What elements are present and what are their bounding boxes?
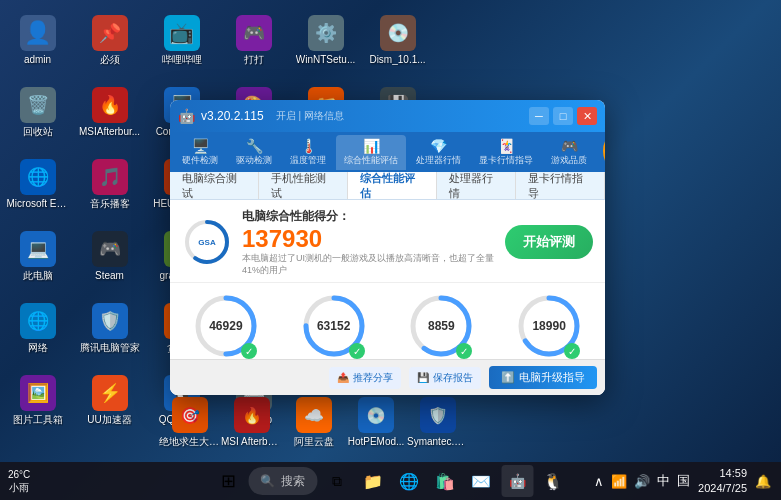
nav-cpu-market[interactable]: 💎 处理器行情 [408, 135, 469, 170]
taskbar-center: ⊞ 🔍 搜索 ⧉ 📁 🌐 🛍️ ✉️ 🤖 🐧 [212, 465, 569, 497]
subtab-overall[interactable]: 综合性能评估 [348, 172, 437, 199]
start-test-button[interactable]: 开始评测 [505, 225, 593, 259]
desktop-icon-admin[interactable]: 👤 admin [5, 5, 70, 75]
desktop-icon-network[interactable]: 🌐 网络 [5, 293, 70, 363]
tray-ime[interactable]: 中 [655, 470, 672, 492]
window-titlebar: 🤖 v3.20.2.115 开启 | 网络信息 ─ □ ✕ [170, 100, 605, 132]
score-info: 电脑综合性能得分： 137930 本电脑超过了UI测机的一般游戏及以播放高清晰音… [242, 208, 502, 276]
search-bar[interactable]: 🔍 搜索 [248, 467, 317, 495]
desktop-icon-imgtool[interactable]: 🖼️ 图片工具箱 [5, 365, 70, 435]
score-gauge: GSA [182, 217, 232, 267]
metric-gpu-value: 63152 [317, 319, 350, 333]
desktop-icon-pubg[interactable]: 🎯 绝地求生大逃杀 [160, 393, 220, 452]
taskbar-left: 26°C 小雨 [8, 468, 34, 494]
app-top-nav: 🖥️ 硬件检测 🔧 驱动检测 🌡️ 温度管理 📊 综合性能评估 💎 [170, 132, 605, 172]
taskbar-weather[interactable]: 26°C 小雨 [8, 468, 30, 494]
notification-bell[interactable]: 🔔 [753, 472, 773, 491]
window-title-left: 🤖 v3.20.2.115 开启 | 网络信息 [178, 108, 344, 124]
metric-cpu-value: 46929 [209, 319, 242, 333]
desktop-icon-uu[interactable]: ⚡ UU加速器 [77, 365, 142, 435]
tray-network[interactable]: 📶 [609, 472, 629, 491]
metric-disk-value: 18990 [532, 319, 565, 333]
desktop-icon-edge[interactable]: 🌐 Microsoft Edge [5, 149, 70, 219]
score-left: GSA 电脑综合性能得分： 137930 本电脑超过了UI测机的一般游戏及以播放… [182, 208, 502, 276]
desktop-icon-msiafter[interactable]: 🔥 MSIAfterbur... [77, 77, 142, 147]
start-button[interactable]: ⊞ [212, 465, 244, 497]
app-nav-icons: 🖥️ 硬件检测 🔧 驱动检测 🌡️ 温度管理 📊 综合性能评估 💎 [174, 135, 595, 172]
subtab-pc[interactable]: 电脑综合测试 [170, 172, 259, 199]
close-button[interactable]: ✕ [577, 107, 597, 125]
desktop-icon-recycle[interactable]: 🗑️ 回收站 [5, 77, 70, 147]
user-avatar[interactable]: 😊 [603, 135, 605, 167]
taskbar: 26°C 小雨 ⊞ 🔍 搜索 ⧉ 📁 🌐 🛍️ ✉️ 🤖 🐧 [0, 462, 781, 500]
score-area: GSA 电脑综合性能得分： 137930 本电脑超过了UI测机的一般游戏及以播放… [170, 200, 605, 283]
tray-volume[interactable]: 🔊 [632, 472, 652, 491]
desktop-icon-game[interactable]: 🎮 打打 [221, 5, 286, 75]
app-bottom-bar: 📤 推荐分享 💾 保存报告 ⬆️ 电脑升级指导 [170, 359, 605, 395]
desktop-icon-msi2[interactable]: 🔥 MSI Afterburner [222, 393, 282, 452]
metric-gpu-ring: 63152 ✓ [299, 291, 369, 361]
desktop-icon-winntsetup[interactable]: ⚙️ WinNTSetu... [293, 5, 358, 75]
desktop: 👤 admin 📌 必须 📺 哔哩哔哩 🎮 打打 ⚙️ WinNTSetu...… [0, 0, 781, 500]
tray-area: ∧ 📶 🔊 中 国 [592, 470, 692, 492]
taskbar-explorer[interactable]: 📁 [357, 465, 389, 497]
nav-hardware[interactable]: 🖥️ 硬件检测 [174, 135, 226, 170]
taskbar-store[interactable]: 🛍️ [429, 465, 461, 497]
desktop-icon-mypc[interactable]: 💻 此电脑 [5, 221, 70, 291]
score-number: 137930 [242, 225, 502, 253]
tray-ime2[interactable]: 国 [675, 470, 692, 492]
minimize-button[interactable]: ─ [529, 107, 549, 125]
save-button[interactable]: 💾 保存报告 [409, 367, 481, 389]
metric-disk-ring: 18990 ✓ [514, 291, 584, 361]
subtab-gpu-guide[interactable]: 显卡行情指导 [516, 172, 605, 199]
desktop-icon-symantec[interactable]: 🛡️ Symantec.C... [408, 393, 468, 452]
metric-cpu-ring: 46929 ✓ [191, 291, 261, 361]
nav-driver[interactable]: 🔧 驱动检测 [228, 135, 280, 170]
app-sub-nav: 电脑综合测试 手机性能测试 综合性能评估 处理器行情 显卡行情指导 [170, 172, 605, 200]
metric-ram-ring: 8859 ✓ [406, 291, 476, 361]
desktop-icon-bixiu[interactable]: 📌 必须 [77, 5, 142, 75]
desktop-icon-steam[interactable]: 🎮 Steam [77, 221, 142, 291]
metric-ram-value: 8859 [428, 319, 455, 333]
desktop-icon-empty1 [437, 5, 502, 75]
desktop-icon-music[interactable]: 🎵 音乐播客 [77, 149, 142, 219]
desktop-icon-dism[interactable]: 💿 Dism_10.1... [365, 5, 430, 75]
taskbar-qq[interactable]: 🐧 [537, 465, 569, 497]
nav-gpu-market[interactable]: 🃏 显卡行情指导 [471, 135, 541, 170]
window-subtitle: 开启 | 网络信息 [276, 109, 344, 123]
app-window-ludashi: 🤖 v3.20.2.115 开启 | 网络信息 ─ □ ✕ 🖥️ 硬件检测 🔧 … [170, 100, 605, 395]
desktop-icon-empty2 [509, 5, 574, 75]
desktop-icon-aliyun[interactable]: ☁️ 阿里云盘 [284, 393, 344, 452]
subtab-cpu-market[interactable]: 处理器行情 [437, 172, 515, 199]
tray-expand[interactable]: ∧ [592, 472, 606, 491]
desktop-icon-bilibili[interactable]: 📺 哔哩哔哩 [149, 5, 214, 75]
subtab-phone[interactable]: 手机性能测试 [259, 172, 348, 199]
nav-game[interactable]: 🎮 游戏品质 [543, 135, 595, 170]
score-title: 电脑综合性能得分： [242, 208, 502, 225]
score-subtitle: 本电脑超过了UI测机的一般游戏及以播放高清晰音，也超了全量41%的用户 [242, 253, 502, 276]
metric-gpu-check: ✓ [349, 343, 365, 359]
bottom-row-icons: 🎯 绝地求生大逃杀 🔥 MSI Afterburner ☁️ 阿里云盘 💿 Ho… [160, 393, 468, 452]
desktop-icon-hotpe[interactable]: 💿 HotPEMod... [346, 393, 406, 452]
upgrade-button[interactable]: ⬆️ 电脑升级指导 [489, 366, 597, 389]
taskbar-time[interactable]: 14:59 2024/7/25 [698, 466, 747, 497]
app-top-right: 😊 专注硬件检测 [595, 130, 605, 172]
window-controls: ─ □ ✕ [529, 107, 597, 125]
taskbar-right: ∧ 📶 🔊 中 国 14:59 2024/7/25 🔔 [592, 466, 773, 497]
nav-perf[interactable]: 📊 综合性能评估 [336, 135, 406, 170]
taskbar-edge[interactable]: 🌐 [393, 465, 425, 497]
taskview-button[interactable]: ⧉ [321, 465, 353, 497]
taskbar-mail[interactable]: ✉️ [465, 465, 497, 497]
nav-temp[interactable]: 🌡️ 温度管理 [282, 135, 334, 170]
maximize-button[interactable]: □ [553, 107, 573, 125]
share-button[interactable]: 📤 推荐分享 [329, 367, 401, 389]
window-title-text: v3.20.2.115 [201, 109, 264, 123]
desktop-icon-tencent[interactable]: 🛡️ 腾讯电脑管家 [77, 293, 142, 363]
taskbar-ludashi[interactable]: 🤖 [501, 465, 533, 497]
